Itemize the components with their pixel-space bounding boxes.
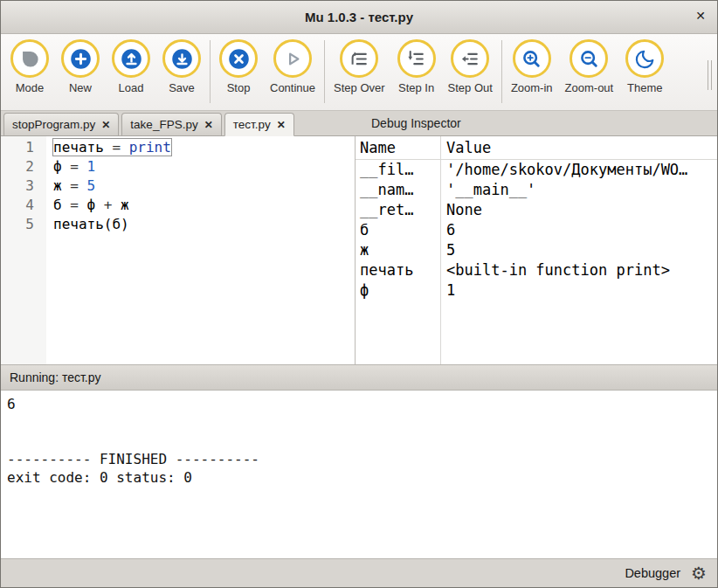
code-token: print [129,139,171,156]
toolbar-button-label: Zoom-in [511,81,553,94]
name-column-header: Name [356,136,440,159]
mu-window: Mu 1.0.3 - тест.py ✕ ModeNewLoadSaveStop… [0,0,718,588]
toolbar-button-zoom-in[interactable]: Zoom-in [505,39,559,94]
code-token: 5 [87,177,96,194]
code-content: ф = 1 [46,157,95,176]
code-token: ф [53,158,62,175]
toolbar-button-step-in[interactable]: Step In [391,39,442,94]
output-line: exit code: 0 status: 0 [7,468,711,487]
variable-name: б [356,220,440,240]
toolbar-button-label: Mode [16,81,45,94]
variable-name: ж [356,240,440,260]
line-number: 2 [1,157,46,176]
code-content: б = ф + ж [46,196,129,215]
step-in-icon [397,39,436,78]
variable-value: None [440,200,717,220]
theme-icon [625,39,664,78]
continue-icon [273,39,312,78]
toolbar-button-label: Zoom-out [565,81,614,94]
toolbar-button-label: Step In [398,81,434,94]
toolbar-button-label: Load [119,81,144,94]
gear-icon[interactable]: ⚙ [691,564,707,582]
window-title: Mu 1.0.3 - тест.py [305,10,413,24]
toolbar-button-label: Continue [270,81,315,94]
inspector-row: __nam…'__main__' [356,180,717,200]
toolbar-button-continue[interactable]: Continue [264,39,321,94]
tab-bar: stopProgram.py✕take_FPS.py✕тест.py✕Debug… [1,111,717,136]
toolbar-button-step-over[interactable]: Step Over [328,39,391,94]
line-number: 3 [1,176,46,196]
tab-take-fps-py[interactable]: take_FPS.py✕ [121,113,221,135]
toolbar-button-mode[interactable]: Mode [4,39,55,94]
step-over-icon [340,39,378,78]
code-line: 4б = ф + ж [1,196,355,215]
toolbar-button-load[interactable]: Load [106,39,156,94]
code-token: = [104,139,129,156]
debug-inspector-panel: Name Value __fil…'/home/skokov/Документы… [356,136,717,364]
toolbar-button-theme[interactable]: Theme [619,39,670,94]
line-number: 1 [1,138,46,157]
load-icon [112,39,150,78]
tab-тест-py[interactable]: тест.py✕ [224,113,294,136]
code-line: 1печать = print [1,138,355,157]
output-line [7,432,711,450]
inspector-header: Name Value [356,136,717,160]
value-column-header: Value [440,136,717,159]
inspector-row: б6 [356,220,717,240]
code-token: ж [121,197,129,213]
inspector-rows: __fil…'/home/skokov/Документы/WO…__nam…'… [356,160,717,301]
new-icon [61,39,100,78]
inspector-row: ж5 [356,240,717,260]
window-close-button[interactable]: ✕ [695,10,706,22]
code-token: ж [53,177,62,194]
code-content: ж = 5 [46,176,95,196]
variable-value: 6 [440,220,717,240]
current-line-box: печать = print [53,139,171,156]
toolbar-button-step-out[interactable]: Step Out [442,39,499,94]
toolbar-button-save[interactable]: Save [156,39,207,94]
toolbar-button-new[interactable]: New [55,39,106,94]
inspector-row: __fil…'/home/skokov/Документы/WO… [356,160,717,180]
stop-icon [219,39,258,78]
handle-line [711,60,712,90]
toolbar-button-label: Theme [627,81,662,94]
code-line: 3ж = 5 [1,176,355,196]
inspector-row: печать<built-in function print> [356,260,717,280]
variable-name: __fil… [356,160,440,180]
code-line: 5печать(б) [1,215,355,234]
runner-header-bar: Running: тест.py [1,364,717,391]
tab-stopprogram-py[interactable]: stopProgram.py✕ [3,113,119,135]
code-token: = [62,177,87,194]
main-split: 1печать = print2ф = 13ж = 54б = ф + ж5пе… [1,136,717,364]
tab-label: stopProgram.py [12,118,95,131]
tab-close-icon[interactable]: ✕ [204,119,213,131]
save-icon [162,39,201,78]
code-token: 1 [87,158,96,175]
tab-close-icon[interactable]: ✕ [101,119,110,131]
variable-value: '/home/skokov/Документы/WO… [440,160,717,180]
toolbar-overflow-handle [708,60,714,90]
toolbar-button-stop[interactable]: Stop [213,39,264,94]
mode-icon [10,39,49,78]
output-line: ---------- FINISHED ---------- [7,450,711,468]
toolbar-button-zoom-out[interactable]: Zoom-out [559,39,620,94]
tab-close-icon[interactable]: ✕ [277,119,286,131]
tab-label: тест.py [233,118,271,131]
code-token: + [95,197,121,213]
mode-status-label: Debugger [625,566,680,580]
line-number: 5 [1,215,46,234]
toolbar-button-label: Step Out [448,81,493,94]
toolbar-button-label: New [69,81,92,94]
zoom-in-icon [513,39,551,78]
variable-name: ф [356,280,440,301]
code-content: печать = print [46,138,171,157]
tab-label: take_FPS.py [130,118,197,131]
code-editor[interactable]: 1печать = print2ф = 13ж = 54б = ф + ж5пе… [1,136,356,364]
code-content: печать(б) [46,215,129,234]
output-line: 6 [7,395,711,413]
variable-value: <built-in function print> [440,260,717,280]
debug-inspector-title: Debug Inspector [371,116,461,130]
runner-output[interactable]: 6 ---------- FINISHED ----------exit cod… [1,391,717,558]
handle-line [708,60,708,90]
inspector-row: ф1 [356,280,717,301]
